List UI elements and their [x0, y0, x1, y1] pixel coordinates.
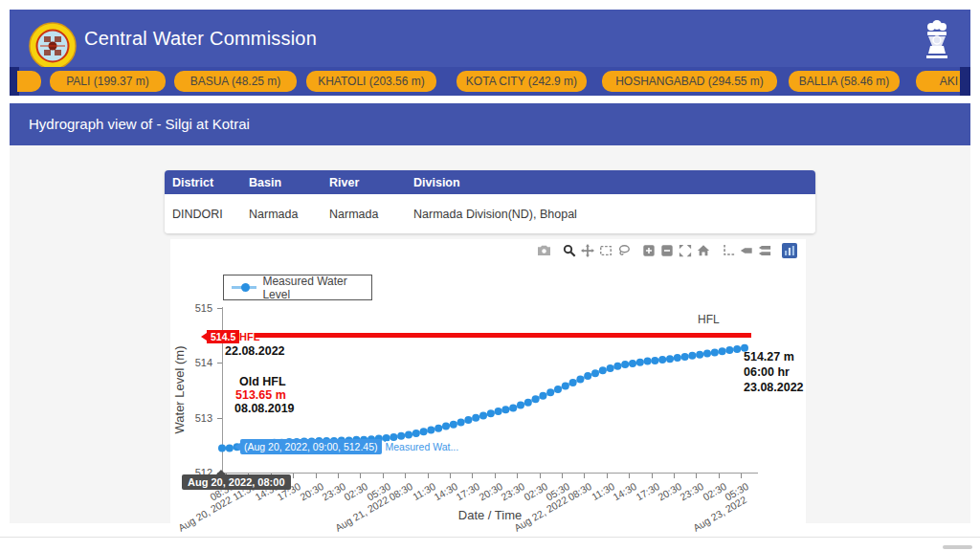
ticker-scroll-right-button[interactable]	[960, 67, 970, 96]
tooltip-value-box: (Aug 20, 2022, 09:00, 512.45)	[240, 439, 382, 454]
footer-divider	[0, 537, 980, 538]
cwc-logo-icon	[29, 22, 77, 70]
horizontal-scrollbar[interactable]	[943, 545, 972, 549]
hydrograph-chart: Measured Water Level 512513514515 08:301…	[170, 239, 806, 523]
cell-river: Narmada	[329, 208, 413, 221]
station-pill-partial-right[interactable]: AKI	[916, 71, 960, 92]
station-pill-khatoli[interactable]: KHATOLI (203.56 m)	[306, 71, 436, 92]
station-pill-basua[interactable]: BASUA (48.25 m)	[174, 71, 297, 92]
station-pill-ballia[interactable]: BALLIA (58.46 m)	[789, 71, 900, 92]
page-title: Hydrograph view of - Silgi at Kotrai	[29, 103, 250, 145]
header-bar: Central Water Commission	[10, 10, 970, 67]
hfl-line	[255, 333, 751, 338]
column-header-district: District	[165, 176, 249, 189]
cell-division: Narmada Division(ND), Bhopal	[413, 208, 815, 221]
station-info-table: District Basin River Division DINDORI Na…	[165, 170, 815, 233]
station-pill-kota-city[interactable]: KOTA CITY (242.9 m)	[457, 71, 587, 92]
latest-reading-annotation: 514.27 m 06:00 hr 23.08.2022	[744, 349, 804, 395]
x-axis-hover-tooltip: Aug 20, 2022, 08:00	[182, 474, 291, 490]
column-header-division: Division	[413, 176, 815, 189]
column-header-basin: Basin	[249, 176, 329, 189]
table-row: DINDORI Narmada Narmada Narmada Division…	[165, 194, 815, 233]
station-pill-pali[interactable]: PALI (199.37 m)	[50, 71, 166, 92]
station-pill-hoshangabad[interactable]: HOSHANGABAD (294.55 m)	[602, 71, 777, 92]
old-hfl-value-annotation: 513.65 m	[235, 388, 286, 402]
station-ticker: PALI (199.37 m) BASUA (48.25 m) KHATOLI …	[10, 67, 970, 96]
hfl-date-annotation: 22.08.2022	[225, 344, 285, 358]
cell-district: DINDORI	[165, 208, 249, 221]
national-emblem-icon	[923, 17, 951, 65]
latest-time: 06:00 hr	[744, 364, 804, 380]
app-title: Central Water Commission	[84, 10, 317, 67]
cell-basin: Narmada	[249, 208, 329, 221]
old-hfl-title-annotation: Old HFL	[239, 375, 286, 388]
latest-value: 514.27 m	[744, 349, 804, 364]
column-header-river: River	[329, 176, 413, 189]
old-hfl-date-annotation: 08.08.2019	[234, 402, 295, 415]
page: Central Water Commission PALI (199.37 m)…	[0, 0, 980, 551]
tooltip-trace-name: Measured Wat...	[386, 441, 459, 452]
hfl-line-label: HFL	[239, 331, 259, 342]
point-hover-tooltip: (Aug 20, 2022, 09:00, 512.45) Measured W…	[240, 438, 458, 454]
hfl-axis-value-badge: 514.5	[207, 330, 239, 343]
subheader-bar: Hydrograph view of - Silgi at Kotrai	[10, 103, 970, 145]
hfl-right-label: HFL	[698, 313, 720, 326]
latest-date: 23.08.2022	[744, 380, 804, 395]
table-header-row: District Basin River Division	[165, 170, 815, 194]
station-pill-partial-left[interactable]	[17, 71, 41, 92]
content-area: District Basin River Division DINDORI Na…	[10, 145, 970, 523]
